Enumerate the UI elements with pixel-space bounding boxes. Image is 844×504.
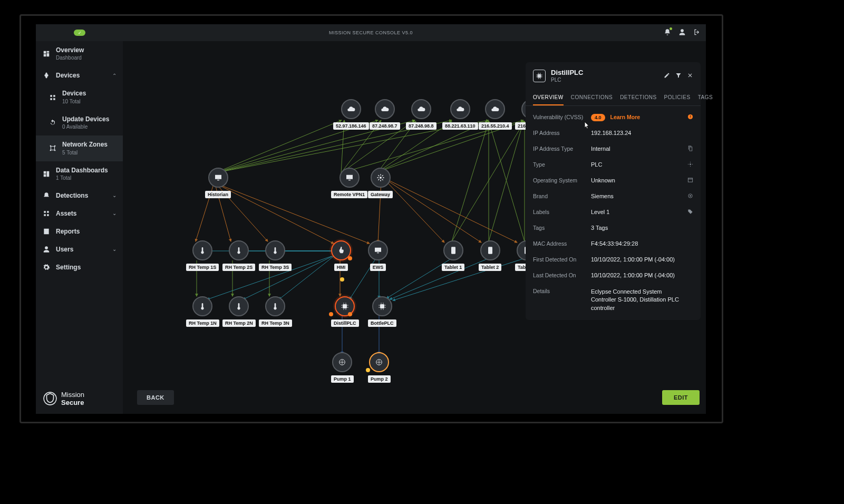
node-label: RH Temp 2S bbox=[222, 264, 255, 271]
devices-label: Devices bbox=[56, 72, 80, 79]
sidebar-item-detections[interactable]: Detections ⌄ bbox=[36, 187, 123, 205]
svg-line-23 bbox=[218, 185, 334, 244]
plc-icon bbox=[533, 70, 546, 82]
node-label: DistillPLC bbox=[331, 319, 359, 327]
node-rh-temp-2n[interactable]: RH Temp 2N bbox=[222, 296, 256, 327]
svg-line-1 bbox=[215, 120, 342, 173]
node-rh-temp-1n[interactable]: RH Temp 1N bbox=[186, 296, 219, 327]
tab-connections[interactable]: CONNECTIONS bbox=[571, 90, 613, 105]
sidebar-item-data-dashboards[interactable]: Data Dashboards1 Total bbox=[36, 161, 123, 187]
sidebar-item-network-zones[interactable]: Network Zones5 Total bbox=[36, 135, 123, 161]
close-icon[interactable] bbox=[687, 72, 693, 80]
node-rh-temp-2s[interactable]: RH Temp 2S bbox=[222, 240, 255, 271]
warning-dot-icon bbox=[366, 368, 370, 372]
chevron-down-icon: ⌄ bbox=[112, 246, 117, 252]
update-sub: 0 Available bbox=[62, 124, 109, 130]
back-button[interactable]: BACK bbox=[137, 390, 174, 405]
row-type: TypePLC bbox=[526, 157, 701, 172]
edit-icon[interactable] bbox=[664, 72, 670, 80]
svg-rect-55 bbox=[688, 178, 692, 182]
sidebar-item-devices-list[interactable]: Devices10 Total bbox=[36, 84, 123, 110]
node-rh-temp-3s[interactable]: RH Temp 3S bbox=[259, 240, 292, 271]
node-cloud-2[interactable]: 87.248.98.7 bbox=[370, 99, 400, 130]
details-key: Details bbox=[533, 288, 591, 294]
svg-line-25 bbox=[384, 179, 444, 243]
zones-sub: 5 Total bbox=[62, 150, 108, 156]
alert-dot-icon bbox=[348, 312, 352, 316]
sidebar-item-reports[interactable]: Reports bbox=[36, 222, 123, 240]
node-label: 87.248.98.8 bbox=[406, 122, 436, 130]
iptype-key: IP Address Type bbox=[533, 146, 591, 152]
node-label: BottlePLC bbox=[368, 319, 396, 327]
node-pump-1[interactable]: Pump 1 bbox=[331, 352, 354, 383]
sidebar-item-overview[interactable]: OverviewDashboard bbox=[36, 41, 123, 66]
overview-sub: Dashboard bbox=[56, 55, 84, 61]
first-value: 10/10/2022, 1:00:00 PM (-04:00) bbox=[591, 256, 685, 263]
node-pump-2[interactable]: Pump 2 bbox=[368, 352, 391, 383]
last-key: Last Detected On bbox=[533, 272, 591, 278]
node-label: Tablet 1 bbox=[442, 264, 464, 271]
node-label: 88.221.63.110 bbox=[442, 122, 478, 130]
svg-line-38 bbox=[390, 258, 489, 299]
node-label: RH Temp 1N bbox=[186, 319, 219, 327]
tab-detections[interactable]: DETECTIONS bbox=[620, 90, 656, 105]
window-icon[interactable] bbox=[685, 177, 693, 183]
node-label: Tablet 2 bbox=[479, 264, 501, 271]
node-tablet-1[interactable]: Tablet 1 bbox=[442, 240, 464, 271]
node-remote-vpn[interactable]: Remote VPN1 bbox=[331, 168, 367, 198]
svg-point-54 bbox=[690, 163, 691, 165]
target-icon[interactable] bbox=[685, 193, 693, 199]
row-labels: LabelsLevel 1 bbox=[526, 204, 701, 220]
refresh-icon bbox=[48, 119, 57, 127]
node-label: 216.55.210.4 bbox=[479, 122, 512, 130]
node-hmi[interactable]: HMI bbox=[331, 240, 351, 271]
node-tablet-2[interactable]: Tablet 2 bbox=[479, 240, 501, 271]
chevron-up-icon: ⌃ bbox=[112, 73, 117, 79]
node-rh-temp-3n[interactable]: RH Temp 3N bbox=[259, 296, 292, 327]
devices-list-label: Devices bbox=[62, 90, 86, 97]
last-value: 10/10/2022, 1:00:00 PM (-04:00) bbox=[591, 272, 685, 278]
row-brand: BrandSiemens bbox=[526, 188, 701, 204]
status-pill[interactable]: ✓ bbox=[74, 30, 85, 36]
node-bottleplc[interactable]: BottlePLC bbox=[368, 296, 396, 327]
notifications-icon[interactable] bbox=[664, 28, 671, 37]
user-icon[interactable] bbox=[678, 28, 686, 37]
bell-icon bbox=[42, 192, 51, 199]
topology-canvas[interactable]: 52.97.186.146 87.248.98.7 87.248.98.8 88… bbox=[123, 41, 706, 414]
edit-button[interactable]: EDIT bbox=[662, 390, 700, 405]
sidebar-item-assets[interactable]: Assets ⌄ bbox=[36, 205, 123, 222]
node-ews[interactable]: EWS bbox=[368, 240, 388, 271]
filter-icon[interactable] bbox=[675, 72, 682, 80]
row-last-detected: Last Detected On10/10/2022, 1:00:00 PM (… bbox=[526, 267, 701, 283]
tab-tags[interactable]: TAGS bbox=[698, 90, 713, 105]
node-cloud-4[interactable]: 88.221.63.110 bbox=[442, 99, 478, 130]
row-vulnerability: Vulnerability (CVSS) 4.0Learn More bbox=[526, 109, 701, 125]
datadash-sub: 1 Total bbox=[56, 175, 108, 181]
device-list-icon bbox=[48, 94, 57, 101]
learn-more-link[interactable]: Learn More bbox=[610, 114, 641, 120]
sidebar-item-users[interactable]: Users ⌄ bbox=[36, 240, 123, 258]
chevron-down-icon: ⌄ bbox=[112, 192, 117, 198]
copy-icon[interactable] bbox=[685, 146, 693, 151]
node-distillplc[interactable]: DistillPLC bbox=[331, 296, 359, 327]
sidebar-item-devices[interactable]: Devices ⌃ bbox=[36, 66, 123, 84]
node-label: 87.248.98.7 bbox=[370, 122, 400, 130]
gear-small-icon[interactable] bbox=[685, 161, 693, 167]
node-cloud-3[interactable]: 87.248.98.8 bbox=[406, 99, 436, 130]
zones-label: Network Zones bbox=[62, 141, 108, 148]
node-cloud-1[interactable]: 52.97.186.146 bbox=[333, 99, 369, 130]
node-gateway[interactable]: Gateway bbox=[368, 168, 393, 198]
sidebar-item-update-devices[interactable]: Update Devices0 Available bbox=[36, 110, 123, 135]
node-rh-temp-1s[interactable]: RH Temp 1S bbox=[186, 240, 219, 271]
sidebar-item-settings[interactable]: Settings bbox=[36, 258, 123, 276]
row-mac: MAC AddressF4:54:33:94:29:28 bbox=[526, 236, 701, 251]
tags-value: 3 Tags bbox=[591, 225, 685, 231]
tag-icon[interactable] bbox=[685, 209, 693, 215]
logout-icon[interactable] bbox=[693, 28, 701, 37]
tab-overview[interactable]: OVERVIEW bbox=[533, 90, 564, 105]
node-cloud-5[interactable]: 216.55.210.4 bbox=[479, 99, 512, 130]
app-frame: ✓ MISSION SECURE CONSOLE V5.0 OverviewDa… bbox=[36, 24, 706, 414]
os-value: Unknown bbox=[591, 177, 685, 183]
node-historian[interactable]: Historian bbox=[205, 168, 231, 198]
tab-policies[interactable]: POLICIES bbox=[664, 90, 691, 105]
